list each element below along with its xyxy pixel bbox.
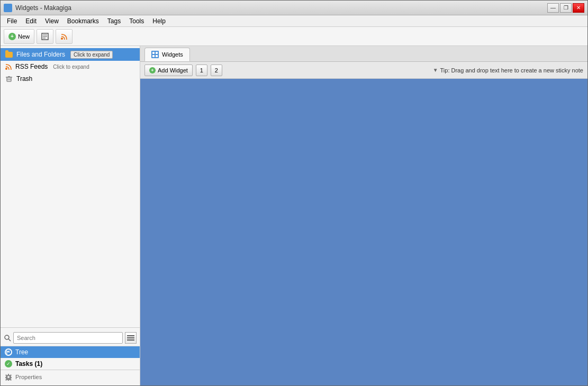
widget-toolbar-left: + Add Widget 1 2 (144, 65, 222, 76)
tasks-check-icon: ✓ (5, 360, 12, 367)
rss-toolbar-button[interactable] (56, 29, 73, 44)
widget-toolbar: + Add Widget 1 2 ▼ Tip: Drag and drop te… (140, 62, 587, 79)
bottom-item-tasks-label: Tasks (1) (15, 360, 42, 367)
add-widget-plus-icon: + (149, 67, 156, 73)
main-toolbar: + New (1, 27, 587, 46)
sidebar-item-files-folders[interactable]: Files and Folders Click to expand (1, 48, 140, 61)
main-area: Files and Folders Click to expand RSS Fe… (1, 46, 587, 385)
new-button-label: New (18, 33, 30, 40)
add-widget-label: Add Widget (158, 67, 188, 73)
menu-bar: File Edit View Bookmarks Tags Tools Help (1, 15, 587, 27)
sidebar-item-rss-label: RSS Feeds (15, 63, 48, 70)
search-bar (1, 330, 140, 346)
tab-widgets-label: Widgets (162, 51, 183, 58)
menu-file[interactable]: File (3, 16, 21, 26)
menu-help[interactable]: Help (148, 16, 170, 26)
sidebar-item-trash-label: Trash (16, 75, 32, 82)
svg-point-9 (5, 68, 7, 70)
hamburger-line-1 (127, 335, 134, 336)
sidebar-bottom: Tree ✓ Tasks (1) Properties (1, 327, 140, 385)
svg-line-17 (8, 339, 11, 341)
svg-rect-2 (5, 8, 7, 11)
menu-edit[interactable]: Edit (21, 16, 41, 26)
svg-rect-23 (156, 52, 158, 54)
search-menu-button[interactable] (125, 332, 137, 344)
sidebar-item-trash[interactable]: Trash (1, 72, 140, 85)
hamburger-line-3 (127, 339, 134, 341)
widgets-tab-icon (151, 51, 159, 58)
title-bar-left: Widgets - Makagiga (4, 4, 71, 12)
new-button[interactable]: + New (4, 29, 34, 44)
properties-icon (5, 373, 12, 381)
rss-icon (5, 63, 12, 70)
svg-rect-3 (8, 8, 11, 11)
main-window: Widgets - Makagiga — ❐ ✕ File Edit View … (0, 0, 588, 386)
sidebar-item-rss-feeds[interactable]: RSS Feeds Click to expand (1, 61, 140, 72)
title-bar: Widgets - Makagiga — ❐ ✕ (1, 1, 587, 15)
search-input[interactable] (13, 332, 123, 344)
menu-tools[interactable]: Tools (125, 16, 148, 26)
tab-bar: Widgets (140, 46, 587, 62)
click-to-expand-tooltip: Click to expand (70, 51, 113, 59)
bottom-item-tasks[interactable]: ✓ Tasks (1) (1, 358, 140, 370)
minimize-button[interactable]: — (547, 3, 559, 13)
bottom-item-tree[interactable]: Tree (1, 346, 140, 358)
tip-message: Tip: Drag and drop text here to create a… (440, 67, 583, 73)
tree-icon (5, 348, 12, 356)
restore-button[interactable]: ❐ (560, 3, 572, 13)
tip-text: ▼ Tip: Drag and drop text here to create… (433, 67, 583, 73)
tab-widgets[interactable]: Widgets (144, 48, 190, 61)
sidebar-item-files-label: Files and Folders (16, 51, 65, 58)
menu-tags[interactable]: Tags (103, 16, 125, 26)
svg-rect-24 (152, 55, 155, 57)
properties-label: Properties (15, 374, 42, 380)
svg-rect-22 (152, 52, 155, 54)
page-1-button[interactable]: 1 (196, 65, 207, 76)
svg-rect-12 (8, 76, 10, 77)
rss-toolbar-icon (60, 33, 68, 40)
tip-arrow: ▼ (433, 67, 438, 73)
bottom-item-tree-label: Tree (15, 348, 28, 356)
trash-icon (5, 75, 13, 83)
svg-rect-1 (8, 5, 11, 7)
hamburger-line-2 (127, 337, 134, 338)
svg-rect-0 (5, 5, 7, 7)
rss-expand-tooltip: Click to expand (53, 64, 89, 70)
svg-rect-25 (156, 55, 158, 57)
close-button[interactable]: ✕ (573, 3, 584, 13)
widget-canvas[interactable] (140, 79, 587, 385)
svg-point-16 (5, 335, 9, 339)
properties-bar[interactable]: Properties (1, 370, 140, 383)
title-bar-buttons: — ❐ ✕ (547, 3, 584, 13)
unknown-button[interactable] (37, 29, 53, 44)
menu-view[interactable]: View (41, 16, 63, 26)
menu-bookmarks[interactable]: Bookmarks (63, 16, 103, 26)
sidebar-content: Files and Folders Click to expand RSS Fe… (1, 46, 140, 327)
new-plus-icon: + (8, 33, 16, 40)
window-title: Widgets - Makagiga (15, 4, 71, 12)
app-icon (4, 4, 12, 12)
svg-point-21 (7, 376, 10, 378)
sidebar: Files and Folders Click to expand RSS Fe… (1, 46, 140, 385)
content-area: Widgets + Add Widget 1 2 (140, 46, 587, 385)
page-2-button[interactable]: 2 (211, 65, 222, 76)
folder-icon (5, 50, 13, 59)
svg-point-8 (61, 38, 63, 40)
search-icon (4, 334, 11, 342)
page-icon (41, 33, 49, 40)
add-widget-button[interactable]: + Add Widget (144, 65, 193, 76)
